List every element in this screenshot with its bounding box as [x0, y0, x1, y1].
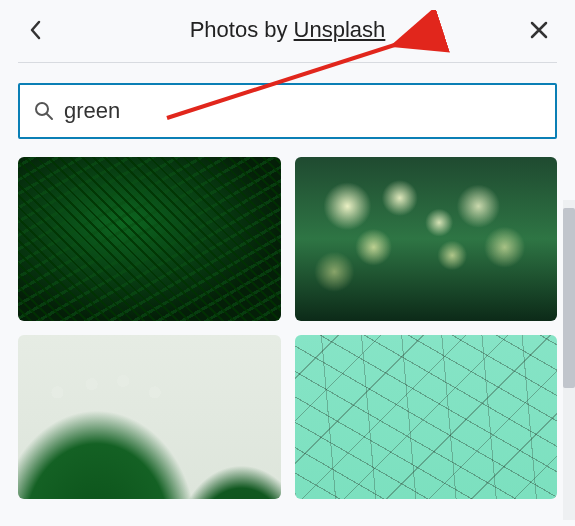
close-button[interactable]	[523, 14, 555, 46]
back-button[interactable]	[20, 14, 52, 46]
search-container	[18, 83, 557, 139]
header-divider	[18, 62, 557, 63]
title-prefix: Photos by	[190, 17, 294, 42]
result-thumb[interactable]	[295, 157, 558, 321]
svg-point-0	[36, 103, 48, 115]
scrollbar-thumb[interactable]	[563, 208, 575, 388]
result-thumb[interactable]	[18, 335, 281, 499]
result-thumb[interactable]	[295, 335, 558, 499]
unsplash-link[interactable]: Unsplash	[294, 17, 386, 42]
result-thumb[interactable]	[18, 157, 281, 321]
search-input[interactable]	[64, 98, 541, 124]
results-grid	[0, 157, 575, 499]
chevron-left-icon	[28, 18, 44, 42]
panel-title: Photos by Unsplash	[52, 17, 523, 43]
search-icon	[34, 101, 54, 121]
panel-header: Photos by Unsplash	[0, 0, 575, 62]
search-box[interactable]	[18, 83, 557, 139]
close-icon	[529, 20, 549, 40]
